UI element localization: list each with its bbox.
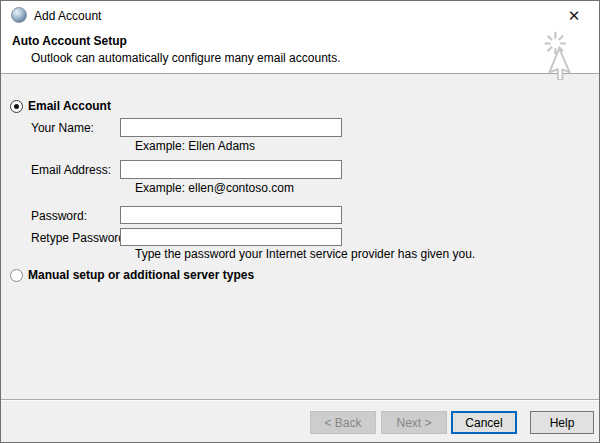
- your-name-example: Example: Ellen Adams: [135, 140, 255, 153]
- page-title: Auto Account Setup: [12, 34, 127, 48]
- wizard-header: Auto Account Setup Outlook can automatic…: [1, 29, 599, 74]
- email-address-input[interactable]: [120, 160, 342, 179]
- page-subtitle: Outlook can automatically configure many…: [31, 51, 341, 65]
- cancel-button[interactable]: Cancel: [451, 411, 517, 434]
- radio-manual-setup[interactable]: [10, 269, 23, 282]
- cursor-sparkle-icon: [539, 30, 589, 80]
- your-name-input[interactable]: [120, 118, 342, 137]
- outlook-app-icon: [11, 7, 27, 23]
- email-address-label: Email Address:: [31, 163, 111, 177]
- your-name-label: Your Name:: [31, 121, 94, 135]
- email-address-example: Example: ellen@contoso.com: [135, 182, 294, 195]
- password-label: Password:: [31, 209, 87, 223]
- retype-password-input[interactable]: [120, 228, 342, 246]
- password-hint: Type the password your Internet service …: [135, 248, 475, 261]
- window-title: Add Account: [34, 9, 101, 23]
- help-button[interactable]: Help: [530, 411, 594, 434]
- radio-email-account-label[interactable]: Email Account: [28, 100, 111, 113]
- close-icon[interactable]: ✕: [557, 4, 591, 27]
- back-button: < Back: [310, 411, 376, 434]
- title-bar[interactable]: Add Account ✕: [1, 1, 599, 29]
- radio-email-account[interactable]: [10, 100, 23, 113]
- footer-separator-highlight: [1, 400, 599, 401]
- retype-password-label: Retype Password:: [31, 231, 128, 245]
- next-button: Next >: [381, 411, 447, 434]
- password-input[interactable]: [120, 206, 342, 224]
- add-account-dialog: Add Account ✕ Auto Account Setup Outlook…: [0, 0, 600, 443]
- radio-manual-setup-label[interactable]: Manual setup or additional server types: [28, 269, 254, 282]
